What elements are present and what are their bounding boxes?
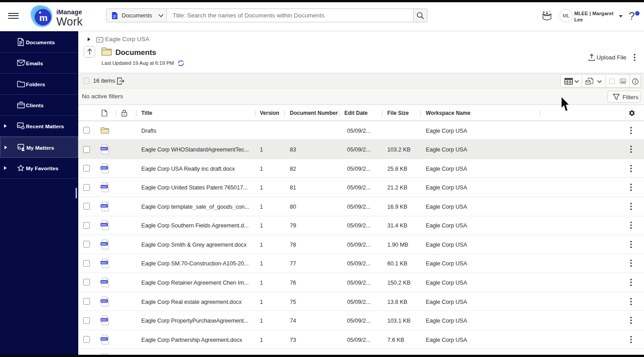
svg-text:DOC: DOC (102, 337, 107, 340)
svg-text:DOC: DOC (102, 185, 107, 188)
svg-text:DOC: DOC (102, 147, 107, 150)
svg-text:DOC: DOC (102, 319, 107, 321)
svg-text:DOC: DOC (102, 261, 107, 264)
svg-text:DOC: DOC (102, 299, 107, 302)
svg-text:DOC: DOC (102, 204, 107, 207)
svg-text:DOC: DOC (102, 166, 107, 169)
svg-text:DOC: DOC (102, 223, 107, 226)
svg-text:DOC: DOC (102, 243, 107, 245)
svg-text:m: m (39, 13, 48, 23)
svg-text:DOC: DOC (102, 281, 107, 283)
